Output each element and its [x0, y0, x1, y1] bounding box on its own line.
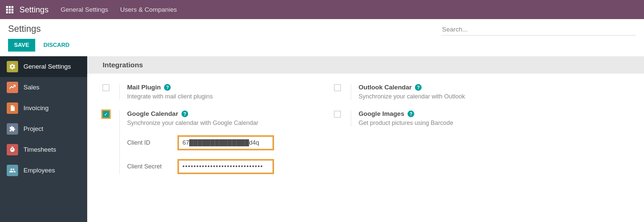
sidebar-item-invoicing[interactable]: Invoicing [0, 98, 87, 119]
sidebar-item-label: Employees [23, 167, 55, 174]
checkbox-google-images[interactable] [334, 111, 341, 118]
section-header: Integrations [87, 56, 644, 74]
sidebar-item-label: Project [23, 125, 43, 133]
sidebar: General Settings Sales Invoicing Project… [0, 56, 87, 222]
sidebar-item-label: General Settings [23, 63, 71, 70]
setting-title: Mail Plugin [127, 84, 161, 91]
chart-icon [7, 82, 18, 93]
sidebar-item-label: Timesheets [23, 146, 56, 153]
topbar: Settings General Settings Users & Compan… [0, 0, 644, 19]
checkbox-mail-plugin[interactable] [103, 84, 109, 91]
invoice-icon [7, 102, 18, 114]
gear-icon [7, 61, 18, 72]
app-name: Settings [19, 5, 49, 14]
sidebar-item-timesheets[interactable]: Timesheets [0, 139, 87, 160]
sidebar-item-label: Invoicing [23, 104, 49, 112]
client-id-row: Client ID [127, 135, 334, 150]
users-icon [7, 165, 18, 176]
client-id-input[interactable] [179, 137, 273, 149]
setting-desc: Synchronize your calendar with Outlook [359, 93, 566, 100]
content: Integrations Mail Plugin ? Integrate wit… [87, 56, 644, 222]
checkbox-google-calendar[interactable]: ✓ [101, 109, 111, 119]
apps-icon[interactable] [6, 6, 13, 13]
page-title: Settings [8, 24, 73, 34]
help-icon[interactable]: ? [415, 84, 422, 91]
setting-desc: Synchronize your calendar with Google Ca… [127, 120, 334, 127]
setting-desc: Get product pictures using Barcode [359, 120, 566, 127]
client-id-label: Client ID [127, 139, 177, 146]
setting-title: Google Calendar [127, 110, 178, 118]
setting-desc: Integrate with mail client plugins [127, 93, 334, 100]
setting-google-images: Google Images ? Get product pictures usi… [334, 110, 566, 127]
main: General Settings Sales Invoicing Project… [0, 56, 644, 222]
setting-mail-plugin: Mail Plugin ? Integrate with mail client… [103, 84, 334, 100]
setting-title: Google Images [359, 110, 404, 118]
sidebar-item-sales[interactable]: Sales [0, 77, 87, 98]
check-icon: ✓ [103, 111, 109, 118]
stopwatch-icon [7, 144, 18, 155]
save-button[interactable]: SAVE [8, 39, 35, 52]
subheader: Settings SAVE DISCARD [0, 19, 644, 56]
setting-google-calendar: ✓ Google Calendar ? Synchronize your cal… [103, 110, 334, 174]
setting-title: Outlook Calendar [359, 84, 412, 91]
client-secret-label: Client Secret [127, 163, 177, 170]
discard-button[interactable]: DISCARD [40, 39, 73, 52]
nav-users-companies[interactable]: Users & Companies [120, 6, 177, 13]
sidebar-item-label: Sales [23, 84, 40, 91]
sidebar-item-general-settings[interactable]: General Settings [0, 56, 87, 77]
client-secret-input[interactable] [179, 160, 273, 173]
help-icon[interactable]: ? [164, 84, 171, 91]
nav-general-settings[interactable]: General Settings [61, 6, 108, 13]
search-input[interactable] [441, 24, 636, 35]
sidebar-item-employees[interactable]: Employees [0, 160, 87, 181]
setting-outlook-calendar: Outlook Calendar ? Synchronize your cale… [334, 84, 566, 100]
help-icon[interactable]: ? [181, 110, 188, 117]
help-icon[interactable]: ? [408, 110, 414, 117]
checkbox-outlook-calendar[interactable] [334, 84, 341, 91]
sidebar-item-project[interactable]: Project [0, 119, 87, 139]
puzzle-icon [7, 123, 18, 135]
client-secret-row: Client Secret [127, 159, 334, 174]
